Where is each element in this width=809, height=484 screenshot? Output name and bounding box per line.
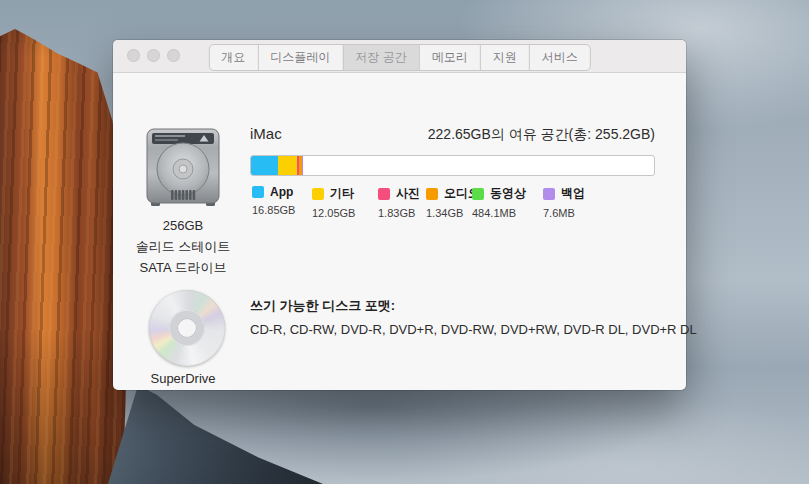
storage-bar-segment bbox=[251, 156, 278, 175]
zoom-button[interactable] bbox=[167, 49, 180, 62]
storage-legend: App 16.85GB 기타 12.05GB 사진 1.83GB 오디오 1.3… bbox=[250, 185, 655, 235]
storage-bar-segment bbox=[302, 156, 303, 175]
writable-formats-heading: 쓰기 가능한 디스크 포맷: bbox=[250, 297, 395, 315]
legend-item-backups: 백업 7.6MB bbox=[543, 185, 585, 219]
storage-usage-bar bbox=[250, 155, 655, 176]
drive-label: 256GB 솔리드 스테이트 SATA 드라이브 bbox=[121, 215, 245, 278]
writable-formats-list: CD-R, CD-RW, DVD-R, DVD+R, DVD-RW, DVD+R… bbox=[250, 322, 670, 337]
free-space-text: 222.65GB의 여유 공간(총: 255.2GB) bbox=[428, 126, 655, 144]
tab-overview[interactable]: 개요 bbox=[209, 45, 257, 70]
movies-swatch bbox=[472, 188, 484, 200]
backups-swatch bbox=[543, 188, 555, 200]
devices-column: 256GB 솔리드 스테이트 SATA 드라이브 SuperDrive bbox=[121, 73, 245, 278]
photos-swatch bbox=[378, 188, 390, 200]
device-name: iMac bbox=[250, 125, 282, 142]
legend-label: 기타 bbox=[330, 185, 354, 202]
tab-displays[interactable]: 디스플레이 bbox=[257, 45, 342, 70]
tab-storage[interactable]: 저장 공간 bbox=[342, 45, 418, 70]
legend-value: 484.1MB bbox=[472, 207, 526, 219]
storage-bar-segment bbox=[278, 156, 297, 175]
legend-item-photos: 사진 1.83GB bbox=[378, 185, 420, 219]
hard-drive-icon bbox=[145, 127, 221, 207]
about-this-mac-window: 개요 디스플레이 저장 공간 메모리 지원 서비스 bbox=[113, 40, 686, 390]
window-titlebar[interactable]: 개요 디스플레이 저장 공간 메모리 지원 서비스 bbox=[113, 40, 686, 73]
app-swatch bbox=[252, 186, 264, 198]
tab-support[interactable]: 지원 bbox=[480, 45, 529, 70]
tab-memory[interactable]: 메모리 bbox=[419, 45, 480, 70]
superdrive-label: SuperDrive bbox=[121, 371, 245, 386]
audio-swatch bbox=[426, 188, 438, 200]
legend-value: 1.83GB bbox=[378, 207, 420, 219]
legend-item-app: App 16.85GB bbox=[252, 185, 295, 216]
tab-bar: 개요 디스플레이 저장 공간 메모리 지원 서비스 bbox=[208, 44, 590, 71]
legend-label: 동영상 bbox=[490, 185, 526, 202]
tab-service[interactable]: 서비스 bbox=[529, 45, 590, 70]
storage-header-row: iMac 222.65GB의 여유 공간(총: 255.2GB) bbox=[250, 125, 655, 144]
legend-value: 12.05GB bbox=[312, 207, 355, 219]
storage-pane: 256GB 솔리드 스테이트 SATA 드라이브 SuperDrive iMac… bbox=[113, 73, 686, 390]
legend-value: 7.6MB bbox=[543, 207, 585, 219]
legend-label: App bbox=[270, 185, 293, 199]
legend-item-movies: 동영상 484.1MB bbox=[472, 185, 526, 219]
superdrive-disc-icon bbox=[149, 290, 225, 366]
close-button[interactable] bbox=[127, 49, 140, 62]
other-swatch bbox=[312, 188, 324, 200]
legend-value: 16.85GB bbox=[252, 204, 295, 216]
traffic-lights bbox=[127, 49, 180, 62]
minimize-button[interactable] bbox=[147, 49, 160, 62]
legend-label: 백업 bbox=[561, 185, 585, 202]
legend-label: 사진 bbox=[396, 185, 420, 202]
legend-item-other: 기타 12.05GB bbox=[312, 185, 355, 219]
